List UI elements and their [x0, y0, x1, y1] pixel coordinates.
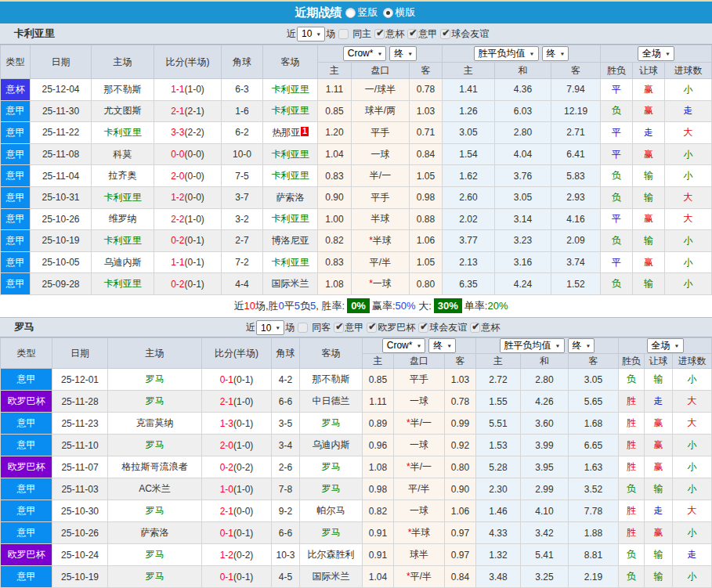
filter-checkbox-1[interactable]: [338, 29, 349, 39]
handicap-result-cell: 输: [645, 566, 673, 588]
odds-company-select[interactable]: Crow*▼: [382, 338, 426, 353]
away-team-cell: 国际米兰: [263, 273, 318, 295]
result-cell: 平: [601, 122, 633, 144]
col-header-2: 日期: [31, 45, 92, 79]
full-score: 1-2: [171, 192, 184, 203]
sub-header-4: 主: [476, 354, 521, 369]
avg-select[interactable]: 胜平负均值▼: [500, 338, 565, 353]
avg-draw-cell: 6.03: [495, 100, 551, 122]
stats-summary-row: 近10场,胜0平5负5, 胜率:0%赢率:50% 大:30%单率:20%: [0, 295, 712, 317]
home-team-cell: 格拉斯哥流浪者: [108, 456, 202, 478]
full-score: 1-1: [171, 257, 184, 268]
filter-checkbox-5[interactable]: [470, 323, 480, 333]
avg-away-cell: 8.81: [569, 544, 619, 566]
handicap-result-cell: 输: [633, 186, 665, 208]
odds-handicap-cell: 一球: [394, 435, 445, 456]
red-card-badge: 1: [301, 127, 309, 136]
sub-header-1: 主: [318, 63, 352, 79]
odds-away-cell: 0.98: [410, 186, 443, 208]
away-team-text: 中日德兰: [313, 395, 350, 406]
odds-time-select[interactable]: 终▼: [389, 46, 417, 61]
result-cell: 负: [619, 544, 645, 566]
team-sections: 卡利亚里近10▼场同主意杯意甲球会友谊类型日期主场比分(半场)角球客场Crow*…: [0, 23, 712, 588]
chevron-down-icon: ▼: [674, 344, 680, 348]
half-score: (0-0): [233, 506, 253, 517]
avg-draw-cell: 4.36: [495, 79, 551, 101]
goals-result-cell: 小: [665, 273, 712, 295]
home-team-cell: 克雷莫纳: [108, 413, 202, 435]
home-team-cell: 维罗纳: [92, 208, 154, 230]
avg-draw-cell: 3.99: [521, 435, 569, 456]
filter-checkbox-4[interactable]: [440, 29, 450, 39]
corner-cell: 6-6: [272, 522, 300, 544]
filter-checkbox-2[interactable]: [334, 323, 344, 333]
filter-checkbox-1[interactable]: [298, 323, 308, 333]
summary-seg-15: 20%: [487, 300, 508, 312]
match-row: 意甲25-11-30尤文图斯2-1(2-1)1-6卡利亚里0.85球半/两1.0…: [1, 100, 712, 122]
sub-header-5: 和: [521, 354, 569, 369]
radio-horizontal-layout[interactable]: [383, 8, 393, 18]
odds-home-cell: 1.08: [363, 456, 394, 478]
sub-header-7: 胜负: [601, 63, 633, 79]
match-row: 意甲25-10-30罗马2-1(0-0)9-2帕尔马0.82一球1.061.46…: [1, 500, 712, 522]
handicap-result-cell: 输: [645, 478, 673, 500]
score-cell: 2-1(1-0): [202, 391, 272, 413]
score-cell: 2-0(1-0): [202, 435, 272, 456]
recent-count-select[interactable]: 10▼: [297, 27, 325, 41]
filter-checkbox-3[interactable]: [367, 323, 377, 333]
handicap-text: 球半/两: [365, 105, 396, 116]
away-team-text: 热那亚: [272, 127, 300, 138]
avg-time-select[interactable]: 终▼: [568, 338, 595, 353]
avg-away-cell: 7.94: [551, 79, 601, 101]
half-score: (0-0): [185, 149, 204, 160]
half-score: (0-0): [185, 192, 204, 203]
scope-select[interactable]: 全场▼: [638, 46, 674, 61]
avg-draw-cell: 3.95: [521, 456, 569, 478]
recent-count-select[interactable]: 10▼: [256, 320, 284, 335]
goals-result-cell: 大: [665, 122, 712, 144]
odds-time-select[interactable]: 终▼: [428, 338, 456, 353]
radio-vertical-label[interactable]: 竖版: [358, 5, 378, 20]
corner-cell: 3-7: [222, 186, 263, 208]
avg-away-cell: 12.19: [551, 100, 601, 122]
avg-time-select[interactable]: 终▼: [542, 46, 569, 61]
radio-horizontal-label[interactable]: 横版: [396, 5, 416, 20]
chevron-down-icon: ▼: [407, 52, 413, 56]
matches-table: 类型日期主场比分(半场)角球客场Crow*▼终▼胜平负均值▼终▼全场▼主盘口客主…: [0, 337, 712, 588]
full-score: 2-1: [171, 106, 184, 117]
full-score: 0-2: [171, 235, 184, 246]
league-cell: 欧罗巴杯: [1, 391, 52, 413]
summary-seg-11: 50%: [396, 300, 416, 312]
home-team-cell: 萨索洛: [108, 522, 202, 544]
league-cell: 意甲: [1, 273, 31, 295]
avg-away-cell: 3.52: [569, 478, 619, 500]
filter-checkbox-3[interactable]: [407, 29, 417, 39]
odds-company-select-value: Crow*: [387, 340, 413, 351]
league-cell: 意甲: [1, 165, 31, 187]
scope-select[interactable]: 全场▼: [647, 338, 684, 353]
header-row-groups: 类型日期主场比分(半场)角球客场Crow*▼终▼胜平负均值▼终▼全场▼: [1, 337, 712, 354]
away-team-cell: 卡利亚里: [263, 79, 318, 101]
corner-cell: 2-6: [272, 456, 300, 478]
score-cell: 1-1(0-1): [154, 251, 222, 273]
away-team-text: 萨索洛: [276, 192, 305, 203]
avg-select[interactable]: 胜平负均值▼: [474, 46, 539, 61]
avg-home-cell: 3.05: [443, 122, 495, 144]
avg-home-cell: 5.28: [476, 456, 521, 478]
avg-group-header: 胜平负均值▼终▼: [476, 337, 619, 354]
away-team-text: 卡利亚里: [272, 84, 309, 95]
odds-home-cell: 0.82: [363, 500, 394, 522]
filter-checkbox-4[interactable]: [418, 323, 428, 333]
result-cell: 胜: [619, 456, 645, 478]
odds-handicap-cell: 半球: [352, 208, 410, 230]
handicap-text: 平/半: [408, 483, 429, 494]
odds-company-select[interactable]: Crow*▼: [343, 46, 387, 61]
scope-select-value: 全场: [642, 47, 661, 60]
handicap-result-cell: 输: [633, 273, 665, 295]
summary-seg-4: 平: [284, 300, 295, 312]
radio-vertical-layout[interactable]: [345, 8, 356, 18]
league-cell: 意甲: [1, 122, 31, 144]
goals-result-cell: 小: [665, 251, 712, 273]
filter-checkbox-2[interactable]: [374, 29, 385, 39]
filter-checkbox-label-1: 同客: [312, 321, 331, 334]
